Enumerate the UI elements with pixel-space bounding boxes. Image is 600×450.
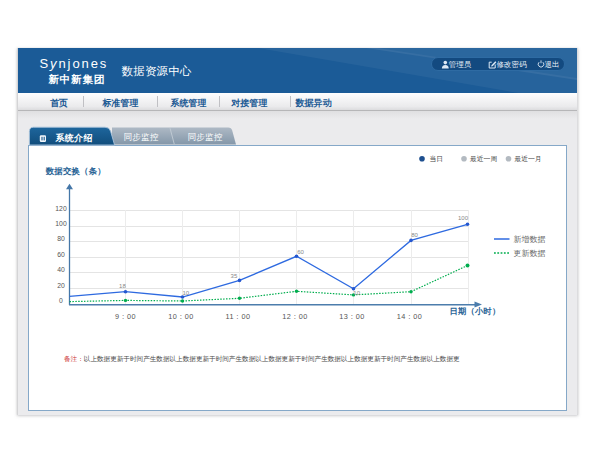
- svg-text:系统介绍: 系统介绍: [55, 133, 93, 143]
- svg-text:备注：以上数据更新于时间产生数据以上数据更新于时间产生数据以: 备注：以上数据更新于时间产生数据以上数据更新于时间产生数据以上数据更新于时间产生…: [64, 355, 460, 363]
- svg-text:数据交换（条）: 数据交换（条）: [45, 166, 106, 176]
- svg-text:0: 0: [59, 297, 63, 304]
- svg-text:10: 10: [182, 290, 189, 296]
- svg-text:60: 60: [57, 251, 65, 258]
- svg-text:13：00: 13：00: [339, 312, 365, 321]
- svg-text:10：00: 10：00: [168, 312, 194, 321]
- svg-text:18: 18: [119, 283, 126, 289]
- svg-text:40: 40: [57, 266, 65, 273]
- svg-text:14：00: 14：00: [397, 312, 423, 321]
- svg-text:60: 60: [297, 249, 304, 255]
- svg-text:同步监控: 同步监控: [124, 132, 159, 142]
- svg-text:100: 100: [458, 215, 469, 221]
- svg-text:最近一周: 最近一周: [469, 155, 497, 162]
- svg-text:新增数据: 新增数据: [514, 235, 546, 244]
- svg-text:同步监控: 同步监控: [188, 132, 223, 142]
- svg-text:100: 100: [55, 220, 67, 227]
- svg-text:10: 10: [353, 290, 360, 296]
- svg-text:更新数据: 更新数据: [514, 249, 546, 258]
- svg-text:最近一月: 最近一月: [514, 155, 542, 163]
- svg-text:80: 80: [411, 232, 418, 238]
- svg-text:9：00: 9：00: [115, 312, 136, 321]
- svg-text:当日: 当日: [430, 155, 444, 163]
- svg-text:80: 80: [57, 235, 65, 242]
- svg-text:120: 120: [55, 205, 67, 212]
- svg-text:35: 35: [231, 273, 238, 279]
- svg-text:12：00: 12：00: [282, 312, 308, 321]
- svg-text:11：00: 11：00: [226, 312, 251, 321]
- svg-text:20: 20: [57, 282, 65, 289]
- svg-text:日期（小时）: 日期（小时）: [450, 306, 501, 316]
